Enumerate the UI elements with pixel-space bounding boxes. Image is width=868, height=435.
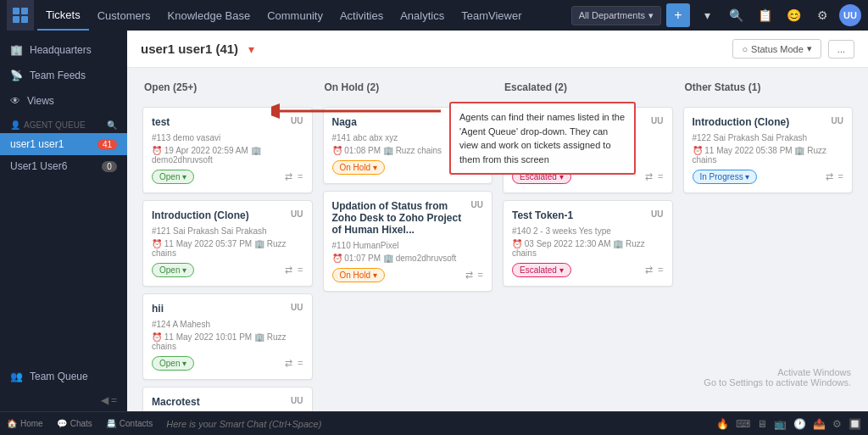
bottombar-chats[interactable]: 💬 Chats — [57, 419, 92, 428]
status-tag-t10[interactable]: In Progress ▾ — [693, 170, 758, 184]
status-tag-t1[interactable]: Open ▾ — [152, 170, 194, 184]
avatar[interactable]: UU — [839, 4, 861, 26]
ticket-avatar-t9: UU — [651, 209, 663, 219]
ticket-action-icon-2[interactable]: = — [838, 171, 843, 182]
sidebar-item-team-feeds[interactable]: 📡 Team Feeds — [0, 63, 127, 88]
bottom-icon-3[interactable]: 📺 — [774, 418, 787, 430]
bottom-icon-1[interactable]: ⌨ — [736, 418, 750, 430]
col-header-open: Open (25+) — [142, 78, 313, 100]
ticket-card-t10[interactable]: Introduction (Clone)UU#122 Sai Prakash S… — [683, 107, 854, 193]
title-arrow-icon: ▾ — [248, 42, 254, 56]
dept-dropdown[interactable]: All Departments ▾ — [571, 6, 661, 25]
add-button[interactable]: + — [666, 3, 690, 27]
nav-knowledge-base[interactable]: Knowledge Base — [159, 0, 259, 31]
ticket-title-t4: Macrotest — [152, 396, 291, 408]
feed-icon: 📡 — [10, 70, 23, 81]
ticket-action-icon-2[interactable]: = — [298, 358, 303, 369]
ticket-action-icon-2[interactable]: = — [298, 265, 303, 276]
arrow-indicator — [271, 98, 449, 126]
bottom-icon-5[interactable]: 📤 — [813, 418, 826, 430]
page-title: user1 user1 (41) — [141, 42, 238, 56]
ticket-action-icon-2[interactable]: = — [658, 171, 663, 182]
svg-rect-1 — [21, 8, 28, 14]
content-area: user1 user1 (41) ▾ ○ Status Mode ▾ ... A… — [127, 31, 868, 411]
notifications-icon[interactable]: 📋 — [753, 3, 776, 27]
contacts-icon: 📇 — [106, 419, 116, 428]
col-header-escalated: Escalated (2) — [503, 78, 673, 100]
kanban-col-other: Other Status (1)Introduction (Clone)UU#1… — [678, 78, 859, 401]
ticket-date-t3: ⏰ 11 May 2022 10:01 PM 🏢 Ruzz chains — [152, 332, 303, 351]
app-logo[interactable] — [7, 0, 34, 31]
bottombar-home[interactable]: 🏠 Home — [7, 419, 43, 428]
ticket-card-t2[interactable]: Introduction (Clone)UU#121 Sai Prakash S… — [142, 200, 313, 287]
sidebar-agent-user1[interactable]: user1 user1 41 — [0, 133, 127, 155]
ticket-action-icon-2[interactable]: = — [658, 265, 663, 276]
status-tag-t9[interactable]: Escalated ▾ — [512, 263, 571, 277]
nav-teamviewer[interactable]: TeamViewer — [453, 0, 530, 31]
sidebar-item-hq[interactable]: 🏢 Headquarters — [0, 37, 127, 63]
ticket-action-icon-1[interactable]: ⇄ — [285, 358, 292, 369]
ticket-avatar-t4: UU — [291, 396, 303, 405]
ticket-avatar-t3: UU — [291, 303, 303, 312]
add-secondary-button[interactable]: ▾ — [695, 3, 719, 27]
agent-badge-2: 0 — [102, 161, 117, 172]
ticket-action-icon-1[interactable]: ⇄ — [826, 171, 833, 182]
smart-chat-input[interactable] — [166, 419, 703, 429]
ticket-card-t9[interactable]: Test Token-1UU#140 2 - 3 weeks Yes type⏰… — [503, 200, 673, 287]
ticket-card-t7[interactable]: Updation of Status from Zoho Desk to Zoh… — [323, 191, 493, 292]
sidebar: 🏢 Headquarters 📡 Team Feeds 👁 Views 👤 Ag… — [0, 31, 127, 411]
col-header-other: Other Status (1) — [683, 78, 854, 100]
ticket-action-icon-1[interactable]: ⇄ — [285, 171, 292, 182]
kanban-col-open: Open (25+)testUU#113 demo vasavi⏰ 19 Apr… — [137, 78, 318, 401]
sidebar-agent-user6[interactable]: User1 User6 0 — [0, 155, 127, 177]
ticket-action-icon-1[interactable]: ⇄ — [285, 265, 292, 276]
ticket-avatar-t8: UU — [651, 116, 663, 125]
ticket-card-t3[interactable]: hiiUU#124 A Mahesh⏰ 11 May 2022 10:01 PM… — [142, 293, 313, 380]
nav-activities[interactable]: Activities — [331, 0, 392, 31]
ticket-action-icon-2[interactable]: = — [298, 171, 303, 182]
ticket-card-t4[interactable]: MacrotestUU#126 Racheeti Naveen Dhruvsof… — [142, 387, 313, 411]
ticket-action-icon-1[interactable]: ⇄ — [645, 171, 653, 182]
col-header-onhold: On Hold (2) — [323, 78, 493, 100]
svg-rect-0 — [13, 8, 19, 14]
search-agents-icon[interactable]: 🔍 — [107, 120, 117, 130]
status-tag-t3[interactable]: Open ▾ — [152, 356, 194, 371]
ticket-meta-t1: #113 demo vasavi — [152, 133, 303, 142]
status-mode-button[interactable]: ○ Status Mode ▾ — [732, 39, 821, 59]
svg-rect-2 — [13, 16, 19, 23]
nav-community[interactable]: Community — [259, 0, 331, 31]
nav-customers[interactable]: Customers — [89, 0, 159, 31]
header-actions: ○ Status Mode ▾ ... — [732, 39, 854, 59]
bottom-icon-2[interactable]: 🖥 — [757, 418, 767, 430]
collapse-sidebar-button[interactable]: ◀ = — [0, 389, 127, 411]
ticket-title-t7: Updation of Status from Zoho Desk to Zoh… — [332, 200, 471, 236]
nav-analytics[interactable]: Analytics — [392, 0, 453, 31]
home-icon: 🏠 — [7, 419, 17, 428]
ticket-action-icon-1[interactable]: ⇄ — [465, 270, 473, 281]
chat-icon: 💬 — [57, 419, 67, 428]
status-tag-t2[interactable]: Open ▾ — [152, 263, 194, 277]
bottom-icon-7[interactable]: 🔲 — [849, 418, 861, 430]
more-options-button[interactable]: ... — [828, 40, 854, 59]
agent-badge-1: 41 — [97, 139, 117, 150]
settings-icon[interactable]: ⚙ — [810, 3, 834, 27]
status-icon: ○ — [742, 44, 748, 54]
ticket-title-t9: Test Token-1 — [512, 209, 651, 221]
search-icon[interactable]: 🔍 — [724, 3, 748, 27]
sidebar-item-views[interactable]: 👁 Views — [0, 88, 127, 114]
bottom-icon-6[interactable]: ⚙ — [832, 418, 842, 430]
ticket-meta-t10: #122 Sai Prakash Sai Prakash — [693, 133, 844, 142]
nav-tickets[interactable]: Tickets — [37, 0, 89, 31]
bottombar-contacts[interactable]: 📇 Contacts — [106, 419, 153, 428]
sidebar-item-team-queue[interactable]: 👥 Team Queue — [0, 364, 127, 389]
bottom-bar: 🏠 Home 💬 Chats 📇 Contacts 🔥 ⌨ 🖥 📺 🕐 📤 ⚙ … — [0, 411, 868, 435]
bottom-icon-4[interactable]: 🕐 — [793, 418, 806, 430]
help-icon[interactable]: 😊 — [782, 3, 805, 27]
status-tag-t7[interactable]: On Hold ▾ — [332, 268, 385, 282]
ticket-action-icon-2[interactable]: = — [478, 270, 483, 281]
chevron-down-icon: ▾ — [807, 43, 812, 54]
title-area: user1 user1 (41) ▾ — [141, 42, 254, 56]
ticket-action-icon-1[interactable]: ⇄ — [645, 265, 653, 276]
status-tag-t6[interactable]: On Hold ▾ — [332, 160, 385, 175]
views-icon: 👁 — [10, 95, 20, 107]
